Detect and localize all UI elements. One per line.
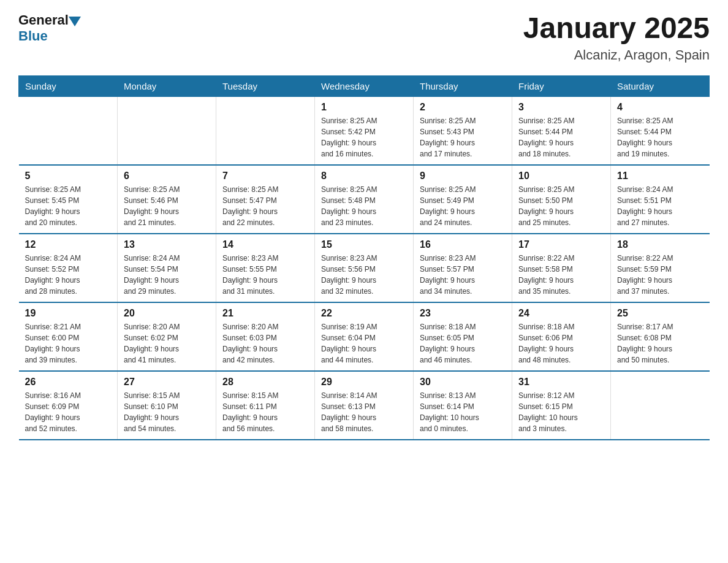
- calendar-cell: 21Sunrise: 8:20 AM Sunset: 6:03 PM Dayli…: [216, 302, 315, 371]
- day-info: Sunrise: 8:19 AM Sunset: 6:04 PM Dayligh…: [321, 321, 407, 366]
- calendar-cell: 15Sunrise: 8:23 AM Sunset: 5:56 PM Dayli…: [315, 234, 414, 302]
- day-number: 9: [420, 170, 506, 182]
- day-number: 23: [420, 308, 506, 319]
- day-number: 17: [518, 239, 604, 250]
- day-info: Sunrise: 8:20 AM Sunset: 6:03 PM Dayligh…: [222, 321, 308, 366]
- calendar-cell: 3Sunrise: 8:25 AM Sunset: 5:44 PM Daylig…: [512, 96, 611, 165]
- day-info: Sunrise: 8:25 AM Sunset: 5:44 PM Dayligh…: [518, 115, 604, 159]
- day-number: 16: [420, 239, 506, 250]
- calendar-table: Sunday Monday Tuesday Wednesday Thursday…: [18, 75, 710, 440]
- calendar-cell: 16Sunrise: 8:23 AM Sunset: 5:57 PM Dayli…: [414, 234, 512, 302]
- week-row-2: 5Sunrise: 8:25 AM Sunset: 5:45 PM Daylig…: [19, 165, 710, 234]
- calendar-cell: 18Sunrise: 8:22 AM Sunset: 5:59 PM Dayli…: [611, 234, 710, 302]
- calendar-cell: 2Sunrise: 8:25 AM Sunset: 5:43 PM Daylig…: [414, 96, 512, 165]
- calendar-cell: 20Sunrise: 8:20 AM Sunset: 6:02 PM Dayli…: [118, 302, 216, 371]
- week-row-5: 26Sunrise: 8:16 AM Sunset: 6:09 PM Dayli…: [19, 371, 710, 440]
- day-info: Sunrise: 8:18 AM Sunset: 6:06 PM Dayligh…: [518, 321, 604, 366]
- day-info: Sunrise: 8:23 AM Sunset: 5:57 PM Dayligh…: [420, 253, 506, 297]
- calendar-cell: 22Sunrise: 8:19 AM Sunset: 6:04 PM Dayli…: [315, 302, 414, 371]
- day-number: 29: [321, 377, 407, 388]
- day-number: 27: [124, 377, 210, 388]
- day-number: 19: [25, 308, 112, 319]
- day-number: 15: [321, 239, 407, 250]
- day-info: Sunrise: 8:24 AM Sunset: 5:51 PM Dayligh…: [617, 184, 703, 228]
- calendar-cell: 17Sunrise: 8:22 AM Sunset: 5:58 PM Dayli…: [512, 234, 611, 302]
- calendar-cell: 8Sunrise: 8:25 AM Sunset: 5:48 PM Daylig…: [315, 165, 414, 234]
- day-info: Sunrise: 8:15 AM Sunset: 6:11 PM Dayligh…: [222, 390, 308, 434]
- calendar-cell: 5Sunrise: 8:25 AM Sunset: 5:45 PM Daylig…: [19, 165, 118, 234]
- day-info: Sunrise: 8:23 AM Sunset: 5:56 PM Dayligh…: [321, 253, 407, 297]
- calendar-cell: [216, 96, 315, 165]
- day-info: Sunrise: 8:25 AM Sunset: 5:50 PM Dayligh…: [518, 184, 604, 228]
- logo: General Blue: [18, 12, 81, 44]
- calendar-cell: 29Sunrise: 8:14 AM Sunset: 6:13 PM Dayli…: [315, 371, 414, 440]
- header-row: Sunday Monday Tuesday Wednesday Thursday…: [19, 75, 710, 96]
- week-row-1: 1Sunrise: 8:25 AM Sunset: 5:42 PM Daylig…: [19, 96, 710, 165]
- calendar-cell: 25Sunrise: 8:17 AM Sunset: 6:08 PM Dayli…: [611, 302, 710, 371]
- calendar-body: 1Sunrise: 8:25 AM Sunset: 5:42 PM Daylig…: [19, 96, 710, 440]
- day-number: 30: [420, 377, 506, 388]
- calendar-cell: 30Sunrise: 8:13 AM Sunset: 6:14 PM Dayli…: [414, 371, 512, 440]
- calendar-cell: 14Sunrise: 8:23 AM Sunset: 5:55 PM Dayli…: [216, 234, 315, 302]
- day-number: 14: [222, 239, 308, 250]
- day-number: 6: [124, 170, 210, 182]
- header-tuesday: Tuesday: [216, 75, 315, 96]
- day-info: Sunrise: 8:25 AM Sunset: 5:48 PM Dayligh…: [321, 184, 407, 228]
- title-section: January 2025 Alcaniz, Aragon, Spain: [523, 12, 710, 63]
- day-info: Sunrise: 8:17 AM Sunset: 6:08 PM Dayligh…: [617, 321, 703, 366]
- day-info: Sunrise: 8:22 AM Sunset: 5:59 PM Dayligh…: [617, 253, 703, 297]
- calendar-cell: 28Sunrise: 8:15 AM Sunset: 6:11 PM Dayli…: [216, 371, 315, 440]
- day-info: Sunrise: 8:22 AM Sunset: 5:58 PM Dayligh…: [518, 253, 604, 297]
- day-number: 13: [124, 239, 210, 250]
- week-row-4: 19Sunrise: 8:21 AM Sunset: 6:00 PM Dayli…: [19, 302, 710, 371]
- calendar-cell: 11Sunrise: 8:24 AM Sunset: 5:51 PM Dayli…: [611, 165, 710, 234]
- day-info: Sunrise: 8:23 AM Sunset: 5:55 PM Dayligh…: [222, 253, 308, 297]
- day-number: 2: [420, 102, 506, 113]
- day-info: Sunrise: 8:13 AM Sunset: 6:14 PM Dayligh…: [420, 390, 506, 434]
- day-info: Sunrise: 8:25 AM Sunset: 5:43 PM Dayligh…: [420, 115, 506, 159]
- logo-top: General: [18, 12, 81, 28]
- day-info: Sunrise: 8:25 AM Sunset: 5:49 PM Dayligh…: [420, 184, 506, 228]
- day-info: Sunrise: 8:24 AM Sunset: 5:54 PM Dayligh…: [124, 253, 210, 297]
- day-info: Sunrise: 8:15 AM Sunset: 6:10 PM Dayligh…: [124, 390, 210, 434]
- day-number: 20: [124, 308, 210, 319]
- day-number: 4: [617, 102, 703, 113]
- day-number: 18: [617, 239, 703, 250]
- calendar-cell: 12Sunrise: 8:24 AM Sunset: 5:52 PM Dayli…: [19, 234, 118, 302]
- day-number: 31: [518, 377, 604, 388]
- calendar-cell: 13Sunrise: 8:24 AM Sunset: 5:54 PM Dayli…: [118, 234, 216, 302]
- day-number: 28: [222, 377, 308, 388]
- logo-blue-text: Blue: [18, 28, 81, 44]
- calendar-cell: [611, 371, 710, 440]
- calendar-cell: 4Sunrise: 8:25 AM Sunset: 5:44 PM Daylig…: [611, 96, 710, 165]
- header-saturday: Saturday: [611, 75, 710, 96]
- day-number: 7: [222, 170, 308, 182]
- day-number: 5: [25, 170, 112, 182]
- logo-group: General Blue: [18, 12, 81, 44]
- calendar-cell: 23Sunrise: 8:18 AM Sunset: 6:05 PM Dayli…: [414, 302, 512, 371]
- calendar-cell: 7Sunrise: 8:25 AM Sunset: 5:47 PM Daylig…: [216, 165, 315, 234]
- calendar-header: Sunday Monday Tuesday Wednesday Thursday…: [19, 75, 710, 96]
- header-monday: Monday: [118, 75, 216, 96]
- day-number: 12: [25, 239, 112, 250]
- header-thursday: Thursday: [414, 75, 512, 96]
- day-number: 25: [617, 308, 703, 319]
- calendar-cell: 1Sunrise: 8:25 AM Sunset: 5:42 PM Daylig…: [315, 96, 414, 165]
- day-info: Sunrise: 8:21 AM Sunset: 6:00 PM Dayligh…: [25, 321, 112, 366]
- header-wednesday: Wednesday: [315, 75, 414, 96]
- calendar-cell: 24Sunrise: 8:18 AM Sunset: 6:06 PM Dayli…: [512, 302, 611, 371]
- day-info: Sunrise: 8:12 AM Sunset: 6:15 PM Dayligh…: [518, 390, 604, 434]
- day-info: Sunrise: 8:16 AM Sunset: 6:09 PM Dayligh…: [25, 390, 112, 434]
- day-number: 24: [518, 308, 604, 319]
- day-info: Sunrise: 8:25 AM Sunset: 5:47 PM Dayligh…: [222, 184, 308, 228]
- day-number: 26: [25, 377, 112, 388]
- header-friday: Friday: [512, 75, 611, 96]
- day-info: Sunrise: 8:18 AM Sunset: 6:05 PM Dayligh…: [420, 321, 506, 366]
- day-number: 10: [518, 170, 604, 182]
- day-number: 8: [321, 170, 407, 182]
- day-number: 11: [617, 170, 703, 182]
- calendar-title: January 2025: [523, 12, 710, 45]
- day-info: Sunrise: 8:24 AM Sunset: 5:52 PM Dayligh…: [25, 253, 112, 297]
- day-info: Sunrise: 8:25 AM Sunset: 5:46 PM Dayligh…: [124, 184, 210, 228]
- day-number: 22: [321, 308, 407, 319]
